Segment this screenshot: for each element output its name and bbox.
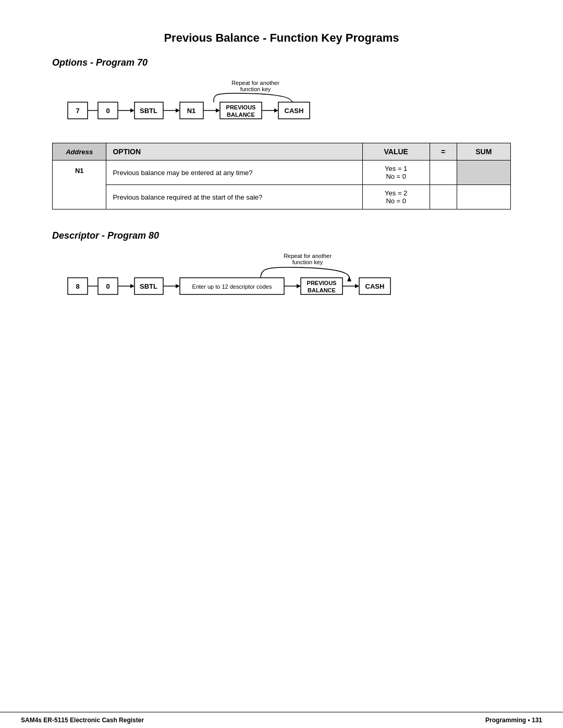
svg-marker-27 (347, 276, 351, 281)
options-table: Address OPTION VALUE = SUM N1 Previous b… (52, 143, 511, 209)
table-sum-2 (457, 185, 510, 209)
svg-text:0: 0 (106, 282, 109, 290)
svg-marker-38 (176, 284, 180, 288)
table-value-2: Yes = 2No = 0 (362, 185, 430, 209)
svg-text:7: 7 (76, 107, 79, 115)
section-options-title: Options - Program 70 (52, 57, 511, 68)
diagram-options-svg: Repeat for another function key 7 0 (52, 79, 417, 136)
table-option-1: Previous balance may be entered at any t… (106, 161, 362, 185)
svg-marker-17 (216, 108, 220, 113)
svg-text:Enter up to 12 descriptor code: Enter up to 12 descriptor codes (192, 283, 272, 290)
svg-text:SBTL: SBTL (140, 282, 157, 290)
svg-marker-9 (130, 108, 134, 113)
section-descriptor-title: Descriptor - Program 80 (52, 230, 511, 241)
section-options: Options - Program 70 Repeat for another … (52, 57, 511, 209)
svg-marker-34 (130, 284, 134, 288)
col-sum: SUM (457, 143, 510, 161)
svg-text:0: 0 (106, 107, 109, 115)
diagram-descriptor-svg: Repeat for another function key 8 0 (52, 252, 459, 314)
svg-text:CASH: CASH (365, 282, 385, 290)
diagram-descriptor: Repeat for another function key 8 0 (52, 252, 511, 316)
col-eq: = (430, 143, 457, 161)
footer-left: SAM4s ER-5115 Electronic Cash Register (21, 717, 144, 724)
page-title: Previous Balance - Function Key Programs (52, 31, 511, 45)
svg-text:BALANCE: BALANCE (227, 112, 255, 118)
svg-text:CASH: CASH (285, 107, 304, 115)
svg-text:PREVIOUS: PREVIOUS (307, 280, 337, 286)
svg-text:N1: N1 (187, 107, 196, 115)
table-address-n1: N1 (53, 161, 106, 209)
col-address: Address (53, 143, 106, 161)
svg-marker-47 (355, 284, 359, 288)
svg-text:function key: function key (240, 86, 271, 92)
svg-text:function key: function key (292, 259, 323, 265)
svg-marker-13 (176, 108, 180, 113)
svg-text:8: 8 (76, 282, 79, 290)
svg-text:BALANCE: BALANCE (308, 287, 336, 293)
svg-text:Repeat for another: Repeat for another (231, 80, 279, 86)
table-value-1: Yes = 1No = 0 (362, 161, 430, 185)
svg-text:SBTL: SBTL (140, 107, 157, 115)
svg-marker-42 (297, 284, 301, 288)
page-footer: SAM4s ER-5115 Electronic Cash Register P… (0, 712, 563, 728)
col-option: OPTION (106, 143, 362, 161)
table-eq-2 (430, 185, 457, 209)
section-descriptor: Descriptor - Program 80 Repeat for anoth… (52, 230, 511, 316)
svg-marker-22 (274, 108, 278, 113)
table-option-2: Previous balance required at the start o… (106, 185, 362, 209)
table-eq-1 (430, 161, 457, 185)
diagram-options: Repeat for another function key 7 0 (52, 79, 511, 138)
svg-text:Repeat for another: Repeat for another (284, 253, 332, 259)
col-value: VALUE (362, 143, 430, 161)
table-sum-1 (457, 161, 510, 185)
svg-text:PREVIOUS: PREVIOUS (226, 104, 256, 110)
footer-right: Programming • 131 (485, 717, 542, 724)
